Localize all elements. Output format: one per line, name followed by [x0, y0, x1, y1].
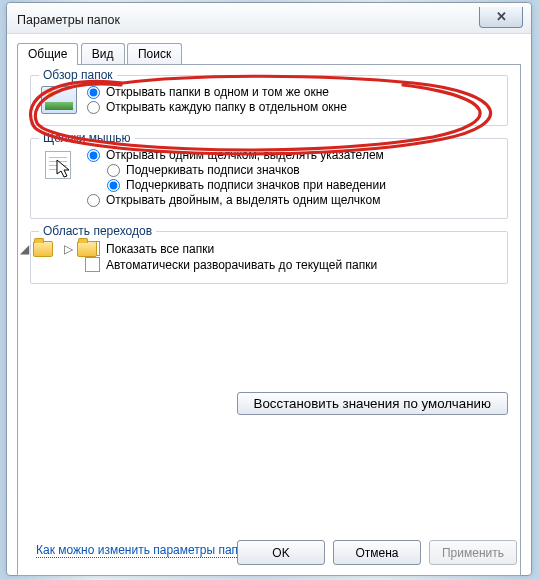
nav-pane-icon: ◢ ▷: [41, 238, 75, 258]
svg-marker-0: [57, 160, 69, 177]
help-link[interactable]: Как можно изменить параметры папок?: [36, 543, 257, 557]
group-nav-legend: Область переходов: [39, 224, 156, 238]
apply-button[interactable]: Применить: [429, 540, 517, 565]
dialog-buttons: OK Отмена Применить: [237, 540, 517, 565]
checkbox-auto-expand-label: Автоматически разворачивать до текущей п…: [106, 258, 377, 272]
radio-underline-always[interactable]: Подчеркивать подписи значков: [87, 163, 497, 177]
group-browse-legend: Обзор папок: [39, 68, 117, 82]
folder-icon: [33, 241, 53, 257]
radio-underline-always-input[interactable]: [107, 164, 120, 177]
window-title: Параметры папок: [17, 13, 120, 27]
radio-open-new-window-label: Открывать каждую папку в отдельном окне: [106, 100, 347, 114]
group-click-behavior: Щелчки мышью Открывать одним щелчком, вы…: [30, 138, 508, 219]
browse-folders-icon: [41, 84, 77, 114]
radio-underline-hover-input[interactable]: [107, 179, 120, 192]
window-picture-icon: [41, 86, 77, 114]
radio-double-click-input[interactable]: [87, 194, 100, 207]
tree-collapse-icon: ◢: [19, 242, 29, 256]
tree-expand-icon: ▷: [63, 242, 73, 256]
radio-underline-always-label: Подчеркивать подписи значков: [126, 163, 300, 177]
cancel-button[interactable]: Отмена: [333, 540, 421, 565]
tab-panel-general: Обзор папок Открывать папки в одном и то…: [17, 64, 521, 576]
folder-icon: [77, 241, 97, 257]
folder-options-dialog: Параметры папок ✕ Общие Вид Поиск Обзор …: [6, 2, 532, 576]
checkbox-show-all-folders[interactable]: Показать все папки: [85, 241, 497, 256]
radio-single-click[interactable]: Открывать одним щелчком, выделять указат…: [87, 148, 497, 162]
titlebar: Параметры папок ✕: [7, 3, 531, 34]
radio-double-click[interactable]: Открывать двойным, а выделять одним щелч…: [87, 193, 497, 207]
tab-search[interactable]: Поиск: [127, 43, 182, 64]
help-link-text: Как можно изменить параметры папок?: [36, 543, 257, 558]
radio-open-same-window-label: Открывать папки в одном и том же окне: [106, 85, 329, 99]
restore-defaults-button[interactable]: Восстановить значения по умолчанию: [237, 392, 509, 415]
group-navigation-pane: Область переходов ◢ ▷ Показать все папки…: [30, 231, 508, 284]
radio-open-new-window-input[interactable]: [87, 101, 100, 114]
radio-underline-hover-label: Подчеркивать подписи значков при наведен…: [126, 178, 386, 192]
close-icon: ✕: [496, 9, 507, 24]
radio-double-click-label: Открывать двойным, а выделять одним щелч…: [106, 193, 380, 207]
click-behavior-icon: [41, 147, 77, 179]
close-button[interactable]: ✕: [479, 7, 523, 28]
checkbox-show-all-folders-label: Показать все папки: [106, 242, 214, 256]
tab-general[interactable]: Общие: [17, 43, 78, 65]
radio-single-click-input[interactable]: [87, 149, 100, 162]
radio-single-click-label: Открывать одним щелчком, выделять указат…: [106, 148, 384, 162]
tab-view[interactable]: Вид: [81, 43, 125, 64]
radio-open-same-window-input[interactable]: [87, 86, 100, 99]
radio-open-new-window[interactable]: Открывать каждую папку в отдельном окне: [87, 100, 497, 114]
checkbox-auto-expand[interactable]: Автоматически разворачивать до текущей п…: [85, 257, 497, 272]
radio-underline-hover[interactable]: Подчеркивать подписи значков при наведен…: [87, 178, 497, 192]
group-click-legend: Щелчки мышью: [39, 131, 135, 145]
tabs: Общие Вид Поиск: [17, 42, 521, 64]
cursor-icon: [56, 159, 74, 179]
checkbox-auto-expand-input[interactable]: [85, 257, 100, 272]
group-browse-folders: Обзор папок Открывать папки в одном и то…: [30, 75, 508, 126]
radio-open-same-window[interactable]: Открывать папки в одном и том же окне: [87, 85, 497, 99]
ok-button[interactable]: OK: [237, 540, 325, 565]
